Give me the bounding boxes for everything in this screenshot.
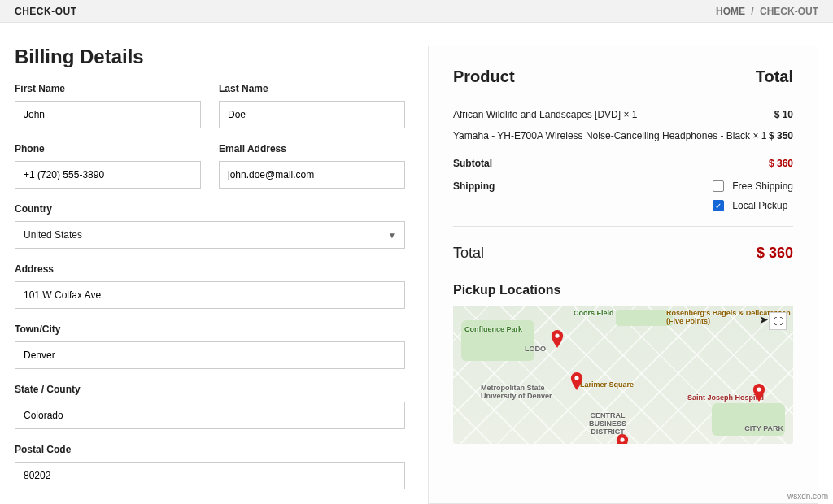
shipping-option-label: Free Shipping bbox=[732, 180, 793, 192]
breadcrumb-home[interactable]: HOME bbox=[716, 6, 745, 17]
breadcrumb: HOME / CHECK-OUT bbox=[716, 6, 818, 17]
shipping-option-label: Local Pickup bbox=[732, 200, 787, 211]
map-pin-icon[interactable] bbox=[616, 434, 629, 444]
map-label: LODO bbox=[525, 345, 546, 353]
map-pin-icon[interactable] bbox=[570, 372, 583, 385]
country-select[interactable]: United States ▼ bbox=[15, 221, 405, 249]
pickup-heading: Pickup Locations bbox=[453, 283, 793, 298]
shipping-option-free[interactable]: Free Shipping bbox=[713, 180, 793, 192]
city-label: Town/City bbox=[15, 324, 405, 335]
cart-line: Yamaha - YH-E700A Wireless Noise-Cancell… bbox=[453, 130, 793, 141]
subtotal-label: Subtotal bbox=[453, 158, 492, 169]
cart-item-name: African Wildlife and Landscapes [DVD] × … bbox=[453, 109, 637, 120]
map-label: CENTRAL BUSINESS DISTRICT bbox=[575, 411, 640, 436]
total-label: Total bbox=[453, 245, 484, 262]
billing-heading: Billing Details bbox=[15, 46, 405, 68]
order-summary: Product Total African Wildlife and Lands… bbox=[428, 46, 818, 504]
country-value: United States bbox=[24, 229, 82, 241]
cart-item-price: $ 350 bbox=[769, 130, 793, 141]
state-label: State / County bbox=[15, 384, 405, 395]
map-label: Confluence Park bbox=[464, 325, 522, 333]
shipping-label: Shipping bbox=[453, 180, 495, 211]
map-pin-icon[interactable] bbox=[752, 384, 765, 397]
topbar: CHECK-OUT HOME / CHECK-OUT bbox=[0, 0, 833, 23]
phone-field[interactable] bbox=[15, 161, 201, 189]
map-label: Metropolitan State University of Denver bbox=[481, 384, 554, 400]
checkbox-icon bbox=[713, 180, 724, 192]
page-title: CHECK-OUT bbox=[15, 6, 77, 17]
checkbox-checked-icon: ✓ bbox=[713, 200, 724, 211]
address-label: Address bbox=[15, 263, 405, 275]
country-label: Country bbox=[15, 203, 405, 215]
email-label: Email Address bbox=[219, 143, 405, 154]
pickup-map[interactable]: Confluence Park Coors Field Rosenberg's … bbox=[453, 306, 793, 444]
address-field[interactable] bbox=[15, 281, 405, 309]
last-name-field[interactable] bbox=[219, 101, 405, 128]
shipping-option-pickup[interactable]: ✓ Local Pickup bbox=[713, 200, 793, 211]
first-name-field[interactable] bbox=[15, 101, 201, 128]
cart-line: African Wildlife and Landscapes [DVD] × … bbox=[453, 109, 793, 120]
map-pin-icon[interactable] bbox=[551, 330, 564, 343]
divider bbox=[453, 226, 793, 227]
map-label: Larimer Square bbox=[580, 380, 634, 389]
billing-form: Billing Details First Name Last Name Pho… bbox=[15, 46, 405, 504]
svg-point-1 bbox=[574, 376, 578, 380]
cursor-icon: ➤ bbox=[759, 313, 769, 326]
last-name-label: Last Name bbox=[219, 83, 405, 94]
svg-point-2 bbox=[757, 388, 761, 392]
cart-item-name: Yamaha - YH-E700A Wireless Noise-Cancell… bbox=[453, 130, 766, 141]
city-field[interactable] bbox=[15, 341, 405, 369]
cart-item-price: $ 10 bbox=[774, 109, 793, 120]
breadcrumb-current: CHECK-OUT bbox=[760, 6, 818, 17]
postal-field[interactable] bbox=[15, 462, 405, 489]
map-label: CITY PARK bbox=[744, 424, 783, 432]
breadcrumb-sep: / bbox=[748, 6, 757, 17]
map-park bbox=[616, 310, 673, 326]
product-head: Product bbox=[453, 67, 515, 86]
total-head: Total bbox=[756, 67, 793, 86]
svg-point-3 bbox=[620, 438, 624, 442]
postal-label: Postal Code bbox=[15, 444, 405, 455]
map-label: Coors Field bbox=[574, 309, 614, 317]
first-name-label: First Name bbox=[15, 83, 201, 94]
svg-point-0 bbox=[555, 334, 559, 338]
subtotal-value: $ 360 bbox=[769, 158, 793, 169]
fullscreen-icon[interactable]: ⛶ bbox=[769, 312, 787, 330]
email-field[interactable] bbox=[219, 161, 405, 189]
watermark: wsxdn.com bbox=[787, 492, 828, 501]
state-field[interactable] bbox=[15, 402, 405, 429]
total-value: $ 360 bbox=[757, 245, 793, 262]
phone-label: Phone bbox=[15, 143, 201, 154]
chevron-down-icon: ▼ bbox=[388, 231, 396, 240]
